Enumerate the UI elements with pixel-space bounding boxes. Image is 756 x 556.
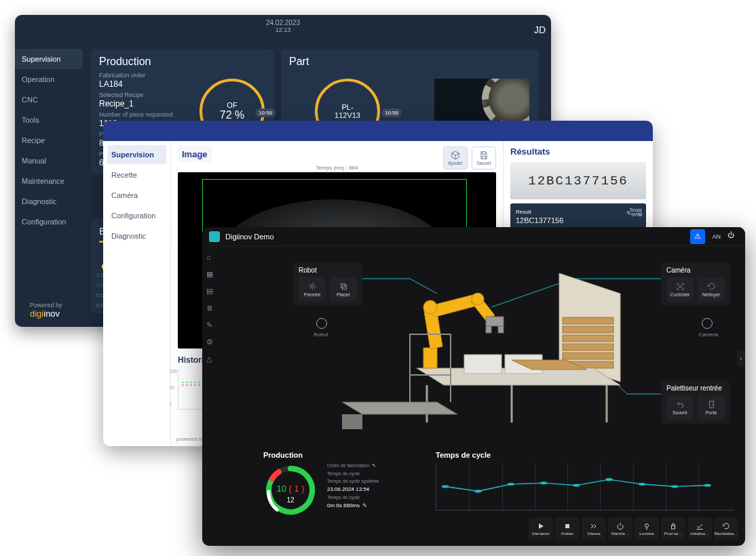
svg-point-33 <box>671 485 679 488</box>
svg-rect-35 <box>565 524 569 528</box>
expand-right-icon[interactable]: ‹ <box>737 349 745 367</box>
panel-title: Palettiseur rentrée <box>666 384 725 392</box>
svg-rect-14 <box>486 326 491 333</box>
status-label-camera: Camera <box>699 332 718 338</box>
panel-title: Résultats <box>510 146 646 157</box>
svg-point-28 <box>507 483 514 485</box>
alert-button[interactable]: ⚠ <box>690 229 705 244</box>
layers-icon[interactable]: ▤ <box>206 287 216 296</box>
souvrir-button[interactable]: Souvrir <box>666 395 694 420</box>
svg-rect-3 <box>563 344 613 351</box>
result-row: Result 12BC1377156 Score 99 % ✎ ⓘ <box>510 203 646 230</box>
document-icon[interactable]: 🗎 <box>206 304 216 313</box>
svg-rect-15 <box>498 326 504 333</box>
cube-icon <box>451 151 460 160</box>
save-icon <box>479 151 489 160</box>
focus-icon <box>676 282 685 291</box>
stop-button[interactable]: Arrêter <box>555 517 580 540</box>
undo-icon <box>676 400 685 409</box>
icon-rail: ⌂ ▦ ▤ 🗎 ✎ ⚙ △ <box>202 246 220 544</box>
svg-point-24 <box>712 404 713 405</box>
prendre-button[interactable]: Prendre <box>299 277 326 302</box>
reset-button[interactable]: Réinitialise… <box>714 517 738 540</box>
svg-rect-0 <box>563 317 613 324</box>
timestamp: 24.02.2023 12:13 <box>266 19 300 33</box>
sidebar-item-maintenance[interactable]: Maintenance <box>15 171 83 191</box>
start-button[interactable]: Démarrer <box>529 517 553 540</box>
app-logo <box>209 231 220 242</box>
card-title: Part <box>289 56 531 68</box>
panel-title: Production <box>263 451 419 459</box>
sidebar-item-camera[interactable]: Caméra <box>107 186 166 205</box>
svg-rect-37 <box>672 525 675 529</box>
svg-rect-13 <box>486 317 504 326</box>
status-indicator-camera <box>702 318 713 329</box>
panel-title: Robot <box>299 266 357 274</box>
light-button[interactable]: Lumière <box>635 517 659 540</box>
sidebar-item-cnc[interactable]: CNC <box>15 90 83 110</box>
info-icon[interactable]: ⓘ <box>637 210 642 218</box>
svg-rect-4 <box>563 353 613 359</box>
sidebar-item-supervision[interactable]: Supervision <box>15 49 83 69</box>
sidebar-item-configuration[interactable]: Configuration <box>15 212 83 232</box>
powered-by: Powered by digiinov <box>30 302 62 319</box>
edit-icon[interactable]: ✎ <box>206 321 216 330</box>
sidebar-item-recipe[interactable]: Recipe <box>15 130 83 151</box>
copy-icon <box>339 282 348 291</box>
sidebar-nav: Supervision Recette Caméra Configuration… <box>103 141 171 446</box>
status-indicator-robot <box>316 318 327 329</box>
sidebar-item-diagnostic[interactable]: Diagnostic <box>107 226 166 245</box>
sidebar-item-configuration[interactable]: Configuration <box>107 206 166 225</box>
time-chip: 10:58 <box>255 108 276 117</box>
sidebar-item-recette[interactable]: Recette <box>107 165 166 184</box>
settings-icon[interactable]: ⚙ <box>206 338 216 347</box>
panel-title: Temps de cycle <box>436 451 734 459</box>
bottom-dashboards: Production 10 ( 1 ) 12 Ordre de fabricat… <box>263 451 734 525</box>
add-button[interactable]: Ajouter <box>443 146 468 170</box>
svg-rect-10 <box>505 355 542 374</box>
sidebar-item-manual[interactable]: Manual <box>15 151 83 171</box>
svg-rect-23 <box>709 401 713 408</box>
svg-rect-1 <box>563 326 613 333</box>
panel-palletizer: Palettiseur rentrée Souvrir Porte <box>661 380 730 424</box>
warning-icon[interactable]: △ <box>206 355 216 364</box>
prod-button[interactable]: Prod se… <box>661 517 685 540</box>
edit-icon[interactable]: ✎ <box>626 210 631 218</box>
svg-rect-2 <box>563 335 613 342</box>
sidebar-item-supervision[interactable]: Supervision <box>107 145 166 164</box>
svg-point-29 <box>540 481 548 484</box>
user-initials[interactable]: AN <box>709 233 723 240</box>
nettoyer-button[interactable]: Nettoyer <box>698 277 725 302</box>
door-icon <box>707 400 716 409</box>
image-actions: Ajouter Sauver <box>443 146 496 170</box>
edit-icon[interactable]: ✎ <box>362 502 367 509</box>
dashboard-icon[interactable]: ▦ <box>206 270 216 279</box>
svg-point-32 <box>639 483 646 485</box>
svg-point-12 <box>472 293 484 305</box>
porte-button[interactable]: Porte <box>698 395 725 420</box>
user-initials[interactable]: JD <box>534 24 546 35</box>
app-title: Digiinov Demo <box>225 233 274 241</box>
sidebar-item-diagnostic[interactable]: Diagnostic <box>15 191 83 212</box>
save-button[interactable]: Sauver <box>472 146 496 170</box>
svg-point-27 <box>474 490 482 492</box>
edit-icon[interactable]: ✎ <box>372 463 376 468</box>
sidebar-item-operation[interactable]: Operation <box>15 69 83 90</box>
init-button[interactable]: Initialisa… <box>687 517 712 540</box>
3d-stage[interactable]: Robot Prendre Placer Caméra Contrôler <box>220 246 745 450</box>
production-gauge: 10 ( 1 ) 12 <box>263 463 318 517</box>
gear-icon <box>308 282 317 291</box>
controller-button[interactable]: Contrôler <box>666 277 694 302</box>
march-button[interactable]: Marche… <box>608 517 632 540</box>
sidebar-item-tools[interactable]: Tools <box>15 110 83 130</box>
result-value: 12BC1377156 <box>516 216 641 224</box>
placer-button[interactable]: Placer <box>330 277 357 302</box>
svg-point-26 <box>442 485 449 488</box>
sidebar-nav: Supervision Operation CNC Tools Recipe M… <box>15 49 83 232</box>
panel-title: Caméra <box>666 266 725 274</box>
speed-button[interactable]: Vitesse <box>582 517 606 540</box>
power-icon[interactable]: ⏻ <box>727 231 738 242</box>
result-label: Result <box>516 209 641 215</box>
svg-point-22 <box>679 285 681 287</box>
home-icon[interactable]: ⌂ <box>206 253 216 262</box>
